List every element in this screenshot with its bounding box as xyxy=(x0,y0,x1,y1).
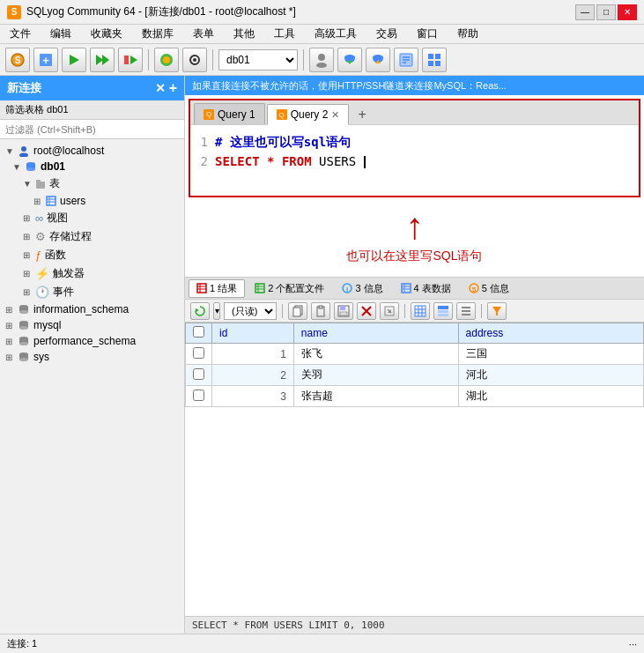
header-checkbox[interactable] xyxy=(186,323,212,344)
select-all-checkbox[interactable] xyxy=(193,326,204,338)
expand-icon: ⊞ xyxy=(33,197,42,206)
tree-item-views[interactable]: ⊞ ∞ 视图 xyxy=(0,209,184,227)
sidebar-add-button[interactable]: + xyxy=(169,80,177,96)
result-save-btn[interactable] xyxy=(334,302,353,320)
result-list-btn[interactable] xyxy=(456,302,476,320)
toolbar-export-btn[interactable] xyxy=(394,48,418,72)
minimize-button[interactable]: — xyxy=(575,4,595,20)
query-tab-2-close[interactable]: ✕ xyxy=(331,109,339,121)
tree-item-triggers[interactable]: ⊞ ⚡ 触发器 xyxy=(0,264,184,283)
result-tab-1[interactable]: 1 结果 xyxy=(189,279,245,298)
result-tab-4[interactable]: 4 表数据 xyxy=(393,279,459,298)
toolbar-separator-3 xyxy=(303,49,304,70)
result-tab-2[interactable]: 2 个配置文件 xyxy=(247,279,332,298)
tree-label-mysql: mysql xyxy=(33,319,61,331)
toolbar-execute-btn[interactable] xyxy=(62,48,86,72)
sidebar-close-button[interactable]: ✕ xyxy=(155,81,166,95)
result-filter-btn[interactable] xyxy=(487,302,507,320)
toolbar-schema-btn[interactable] xyxy=(154,48,179,72)
toolbar-backup-btn[interactable] xyxy=(337,48,362,72)
toolbar-separator-2 xyxy=(212,49,213,70)
result-tab-5[interactable]: 5 5 信息 xyxy=(461,279,517,298)
maximize-button[interactable]: □ xyxy=(596,4,616,20)
toolbar-user-btn[interactable] xyxy=(309,48,334,72)
menu-advanced-tools[interactable]: 高级工具 xyxy=(312,26,359,42)
row-checkbox[interactable] xyxy=(186,365,212,386)
row-1-checkbox[interactable] xyxy=(193,347,204,359)
close-button[interactable]: ✕ xyxy=(618,4,637,20)
menu-other[interactable]: 其他 xyxy=(231,26,257,42)
tree-item-mysql[interactable]: ⊞ mysql xyxy=(0,317,184,333)
expand-icon: ⊞ xyxy=(23,250,32,260)
result-tab-3[interactable]: i 3 信息 xyxy=(334,279,390,298)
tree-item-performance-schema[interactable]: ⊞ performance_schema xyxy=(0,333,184,349)
toolbar-restore-btn[interactable] xyxy=(366,48,390,72)
menu-favorites[interactable]: 收藏夹 xyxy=(88,26,125,42)
tree-item-root[interactable]: ▼ root@localhost xyxy=(0,143,184,159)
result-tab-5-label: 5 信息 xyxy=(482,282,509,295)
menu-database[interactable]: 数据库 xyxy=(139,26,176,42)
toolbar-add-btn[interactable]: + xyxy=(33,48,58,72)
result-delete-btn[interactable] xyxy=(357,302,376,320)
row-1-name: 张飞 xyxy=(293,344,458,365)
code-table: USERS xyxy=(319,154,364,168)
tree-label-events: 事件 xyxy=(53,285,74,300)
filter-input[interactable] xyxy=(0,120,184,139)
svg-point-46 xyxy=(19,342,28,345)
expand-icon: ▼ xyxy=(12,162,21,172)
toolbar-stop-btn[interactable] xyxy=(118,48,143,72)
result-paste-btn[interactable] xyxy=(311,302,330,320)
table-row[interactable]: 2 关羽 河北 xyxy=(186,365,644,386)
toolbar-execute-all-btn[interactable] xyxy=(90,48,115,72)
svg-rect-24 xyxy=(435,54,440,59)
result-table-area[interactable]: id name address 1 张飞 三国 2 关羽 xyxy=(185,323,644,616)
menu-help[interactable]: 帮助 xyxy=(455,26,481,42)
tree-item-procedures[interactable]: ⊞ ⚙ 存储过程 xyxy=(0,227,184,246)
result-mode-select[interactable]: (只读) xyxy=(224,302,277,320)
header-name[interactable]: name xyxy=(293,323,458,344)
window-controls[interactable]: — □ ✕ xyxy=(575,4,637,20)
tree-item-events[interactable]: ⊞ 🕐 事件 xyxy=(0,283,184,301)
table-row[interactable]: 1 张飞 三国 xyxy=(186,344,644,365)
result-grid-1-btn[interactable] xyxy=(411,302,430,320)
row-3-checkbox[interactable] xyxy=(193,390,204,401)
table-row[interactable]: 3 张吉超 湖北 xyxy=(186,386,644,407)
toolbar-connect-btn[interactable]: S xyxy=(5,48,30,72)
header-id[interactable]: id xyxy=(212,323,294,344)
sidebar-header-controls[interactable]: ✕ + xyxy=(155,80,177,96)
svg-text:i: i xyxy=(346,286,348,293)
tree-item-tables[interactable]: ▼ 表 xyxy=(0,174,184,193)
result-grid-2-btn[interactable] xyxy=(433,302,453,320)
add-query-tab-button[interactable]: + xyxy=(351,105,373,124)
header-address[interactable]: address xyxy=(458,323,643,344)
result-export-btn[interactable] xyxy=(380,302,399,320)
query-editor[interactable]: 1 2 # 这里也可以写sql语句 SELECT * xyxy=(190,125,639,196)
tree-item-functions[interactable]: ⊞ ƒ 函数 xyxy=(0,246,184,264)
menu-transaction[interactable]: 交易 xyxy=(374,26,400,42)
menu-table[interactable]: 表单 xyxy=(190,26,217,42)
tree-label-views: 视图 xyxy=(47,211,68,226)
menu-window[interactable]: 窗口 xyxy=(414,26,440,42)
tree-item-sys[interactable]: ⊞ sys xyxy=(0,349,184,365)
svg-rect-68 xyxy=(293,308,300,316)
toolbar-grid-btn[interactable] xyxy=(422,48,447,72)
toolbar-settings-btn[interactable] xyxy=(182,48,207,72)
tree-item-users[interactable]: ⊞ users xyxy=(0,193,184,209)
svg-rect-32 xyxy=(36,182,45,189)
menu-tools[interactable]: 工具 xyxy=(271,26,298,42)
query-tab-2[interactable]: Q Query 2 ✕ xyxy=(267,104,350,125)
result-copy-btn[interactable] xyxy=(288,302,307,320)
row-checkbox[interactable] xyxy=(186,344,212,365)
row-checkbox[interactable] xyxy=(186,386,212,407)
code-content[interactable]: # 这里也可以写sql语句 SELECT * FROM USERS xyxy=(215,132,632,172)
svg-rect-60 xyxy=(402,284,411,293)
result-refresh-btn[interactable] xyxy=(190,302,210,320)
row-2-checkbox[interactable] xyxy=(193,368,204,380)
menu-edit[interactable]: 编辑 xyxy=(48,26,74,42)
result-dropdown-btn[interactable]: ▾ xyxy=(213,302,220,320)
tree-item-information-schema[interactable]: ⊞ information_schema xyxy=(0,301,184,317)
menu-file[interactable]: 文件 xyxy=(7,26,33,42)
database-selector[interactable]: db01 xyxy=(218,49,298,70)
query-tab-1[interactable]: Q Query 1 xyxy=(194,103,265,124)
tree-item-db01[interactable]: ▼ db01 xyxy=(0,159,184,174)
